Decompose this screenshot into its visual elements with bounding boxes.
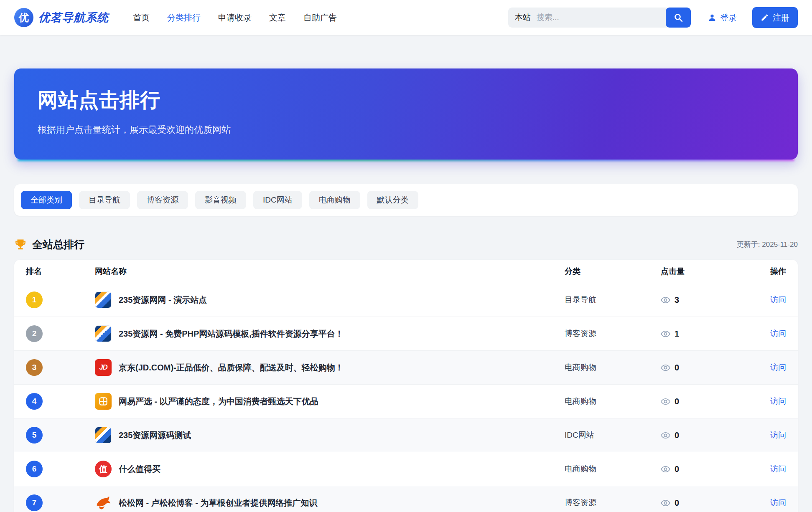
site-title[interactable]: 京东(JD.COM)-正品低价、品质保障、配送及时、轻松购物！ (119, 362, 344, 373)
clicks-cell: 0 (661, 397, 728, 406)
main-nav: 首页分类排行申请收录文章自助广告 (133, 12, 337, 23)
eye-icon (661, 464, 670, 474)
trophy-icon (14, 238, 27, 251)
filter-chip-4[interactable]: 影音视频 (195, 191, 246, 209)
table-body: 1235资源网网 - 演示站点目录导航3访问2235资源网 - 免费PHP网站源… (14, 283, 798, 512)
nav-item-2[interactable]: 分类排行 (167, 12, 201, 23)
site-icon-235 (95, 291, 112, 308)
hero-banner: 网站点击排行 根据用户点击量统计，展示最受欢迎的优质网站 (14, 68, 798, 160)
table-row: 2235资源网 - 免费PHP网站源码模板,插件软件资源分享平台！博客资源1访问 (14, 317, 798, 351)
clicks-count: 0 (675, 498, 679, 508)
visit-link[interactable]: 访问 (770, 431, 786, 439)
nav-item-4[interactable]: 文章 (269, 12, 286, 23)
eye-icon (661, 498, 670, 508)
table-row: 1235资源网网 - 演示站点目录导航3访问 (14, 283, 798, 317)
site-category: 博客资源 (565, 497, 661, 508)
brand-name: 优茗导航系统 (38, 10, 109, 25)
rank-badge: 4 (26, 393, 43, 410)
filter-chip-2[interactable]: 目录导航 (79, 191, 130, 209)
clicks-count: 0 (675, 464, 679, 474)
table-header-row: 排名网站名称分类点击量操作 (14, 260, 798, 283)
table-row: 5235资源网源码测试IDC网站0访问 (14, 418, 798, 452)
table-row: 6值什么值得买电商购物0访问 (14, 452, 798, 486)
pencil-icon (761, 13, 769, 22)
eye-icon (661, 431, 670, 440)
rank-badge: 2 (26, 325, 43, 342)
column-header-4: 点击量 (661, 266, 728, 277)
clicks-cell: 0 (661, 498, 728, 508)
clicks-count: 0 (675, 431, 679, 440)
filter-chip-5[interactable]: IDC网站 (253, 191, 302, 209)
column-header-2: 网站名称 (95, 266, 565, 277)
rank-badge: 3 (26, 359, 43, 376)
brand[interactable]: 优 优茗导航系统 (14, 8, 109, 27)
visit-link[interactable]: 访问 (770, 295, 786, 304)
visit-link[interactable]: 访问 (770, 397, 786, 406)
site-category: 电商购物 (565, 464, 661, 474)
site-icon-yanxuan (95, 393, 112, 410)
filter-chip-7[interactable]: 默认分类 (367, 191, 418, 209)
clicks-cell: 0 (661, 464, 728, 474)
table-row: 4网易严选 - 以严谨的态度，为中国消费者甄选天下优品电商购物0访问 (14, 385, 798, 418)
eye-icon (661, 363, 670, 373)
ranking-section-header: 全站总排行 更新于: 2025-11-20 (14, 238, 798, 251)
column-header-5: 操作 (728, 266, 786, 277)
table-row: 7松松网 - 卢松松博客 - 为草根创业者提供网络推广知识博客资源0访问 (14, 486, 798, 512)
rank-badge: 1 (26, 291, 43, 308)
nav-item-5[interactable]: 自助广告 (303, 12, 337, 23)
visit-link[interactable]: 访问 (770, 498, 786, 507)
site-icon-235 (95, 325, 112, 342)
top-navbar: 优 优茗导航系统 首页分类排行申请收录文章自助广告 本站 登录 注册 (0, 0, 812, 35)
search-icon (673, 13, 683, 23)
register-button[interactable]: 注册 (752, 7, 798, 28)
nav-item-3[interactable]: 申请收录 (218, 12, 252, 23)
clicks-count: 3 (675, 295, 679, 305)
login-link[interactable]: 登录 (708, 12, 737, 23)
user-icon (708, 13, 717, 22)
rank-badge: 5 (26, 427, 43, 444)
filter-chip-6[interactable]: 电商购物 (309, 191, 360, 209)
category-filter-bar: 全部类别目录导航博客资源影音视频IDC网站电商购物默认分类 (14, 184, 798, 216)
site-title[interactable]: 235资源网源码测试 (119, 430, 191, 441)
column-header-3: 分类 (565, 266, 661, 277)
clicks-cell: 3 (661, 295, 728, 305)
column-header-1: 排名 (26, 266, 95, 277)
site-title[interactable]: 235资源网网 - 演示站点 (119, 294, 207, 306)
clicks-count: 1 (675, 329, 679, 339)
eye-icon (661, 295, 670, 305)
site-title[interactable]: 松松网 - 卢松松博客 - 为草根创业者提供网络推广知识 (119, 497, 318, 509)
visit-link[interactable]: 访问 (770, 464, 786, 473)
search-box: 本站 (508, 8, 691, 28)
site-icon-jd: JD (95, 359, 112, 376)
table-row: 3JD京东(JD.COM)-正品低价、品质保障、配送及时、轻松购物！电商购物0访… (14, 351, 798, 385)
nav-item-1[interactable]: 首页 (133, 12, 150, 23)
ranking-title: 全站总排行 (32, 238, 84, 251)
ranking-table: 排名网站名称分类点击量操作 1235资源网网 - 演示站点目录导航3访问2235… (14, 260, 798, 512)
filter-chip-3[interactable]: 博客资源 (137, 191, 188, 209)
site-icon-235 (95, 427, 112, 444)
search-button[interactable] (666, 8, 691, 28)
fox-icon (95, 494, 112, 511)
site-category: 电商购物 (565, 396, 661, 407)
site-category: 电商购物 (565, 362, 661, 373)
site-icon-smzdm: 值 (95, 461, 112, 477)
clicks-cell: 1 (661, 329, 728, 339)
site-title[interactable]: 网易严选 - 以严谨的态度，为中国消费者甄选天下优品 (119, 396, 318, 407)
login-label: 登录 (720, 12, 737, 23)
visit-link[interactable]: 访问 (770, 329, 786, 338)
page-title: 网站点击排行 (38, 87, 774, 114)
search-scope-select[interactable]: 本站 (508, 12, 537, 23)
navbar-right: 本站 登录 注册 (508, 7, 798, 28)
visit-link[interactable]: 访问 (770, 363, 786, 372)
register-label: 注册 (773, 12, 789, 23)
site-title[interactable]: 235资源网 - 免费PHP网站源码模板,插件软件资源分享平台！ (119, 328, 344, 340)
page-subtitle: 根据用户点击量统计，展示最受欢迎的优质网站 (38, 124, 774, 136)
site-icon-songsong (95, 494, 112, 511)
clicks-cell: 0 (661, 363, 728, 373)
eye-icon (661, 397, 670, 406)
site-category: IDC网站 (565, 430, 661, 441)
brand-logo-char: 优 (19, 11, 29, 24)
filter-chip-1[interactable]: 全部类别 (21, 191, 72, 209)
rank-badge: 7 (26, 494, 43, 511)
site-title[interactable]: 什么值得买 (119, 464, 160, 475)
